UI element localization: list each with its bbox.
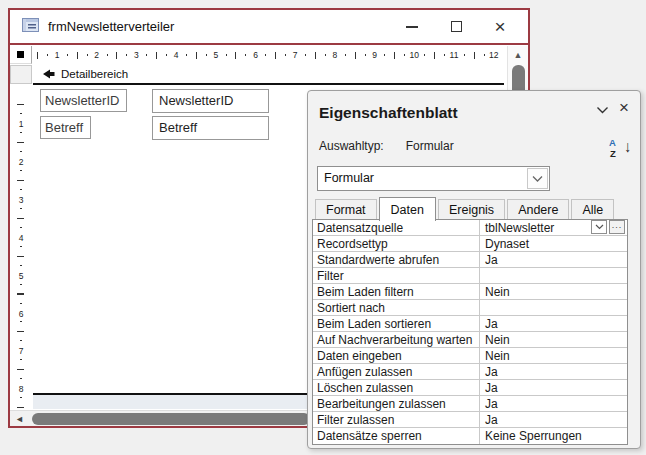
- property-value-text: Ja: [485, 317, 498, 331]
- property-row: Sortiert nach ...: [313, 300, 627, 316]
- sort-az-button[interactable]: A Z ↓: [609, 137, 631, 163]
- chevron-down-icon: [595, 224, 604, 230]
- property-name[interactable]: Beim Laden filtern: [313, 284, 480, 299]
- property-row: Beim Laden filtern Nein ...: [313, 284, 627, 300]
- property-value[interactable]: Ja ...: [480, 364, 627, 379]
- field-textbox-control[interactable]: Betreff: [152, 116, 269, 140]
- property-value[interactable]: Nein ...: [480, 348, 627, 363]
- window-titlebar[interactable]: frmNewsletterverteiler ×: [10, 10, 528, 45]
- selection-type-row: Auswahltyp:Formular: [319, 139, 454, 153]
- combobox-dropdown-button[interactable]: [527, 168, 548, 189]
- property-value-buttons: ...: [591, 220, 625, 234]
- property-name[interactable]: Daten eingeben: [313, 348, 480, 363]
- property-name[interactable]: Bearbeitungen zulassen: [313, 396, 480, 411]
- window-title: frmNewsletterverteiler: [48, 19, 174, 34]
- field-textbox-control[interactable]: NewsletterID: [152, 89, 269, 113]
- property-value[interactable]: Keine Sperrungen ...: [480, 428, 627, 444]
- panel-close-icon: ×: [619, 98, 629, 118]
- ruler-number: 2: [19, 156, 24, 168]
- property-value-text: Nein: [485, 285, 510, 299]
- ruler-number: 4: [19, 232, 24, 244]
- ruler-number: 1: [54, 50, 61, 60]
- property-name[interactable]: Filter zulassen: [313, 412, 480, 427]
- ruler-number: 10: [409, 50, 420, 60]
- property-tab[interactable]: Format: [315, 199, 377, 220]
- property-value-text: Nein: [485, 333, 510, 347]
- property-row: Beim Laden sortieren Ja ...: [313, 316, 627, 332]
- object-selector-combobox[interactable]: Formular: [317, 166, 550, 191]
- ruler-number: 7: [19, 345, 24, 357]
- chevron-down-icon: [596, 106, 609, 115]
- detail-section-bar[interactable]: Detailbereich: [33, 65, 504, 85]
- form-selector-box[interactable]: [10, 46, 32, 64]
- property-row: Datensätze sperren Keine Sperrungen ...: [313, 428, 627, 444]
- property-name[interactable]: Datensätze sperren: [313, 428, 480, 444]
- property-tab[interactable]: Andere: [507, 199, 569, 220]
- property-tab[interactable]: Ereignis: [438, 199, 505, 220]
- minimize-icon: [406, 26, 418, 28]
- panel-close-button[interactable]: ×: [616, 99, 632, 117]
- builder-ellipsis-button[interactable]: ...: [609, 220, 625, 234]
- property-tab[interactable]: Alle: [571, 199, 614, 220]
- vertical-ruler: 12345678: [10, 85, 32, 408]
- property-value[interactable]: Nein ...: [480, 284, 627, 299]
- property-name[interactable]: Filter: [313, 268, 480, 283]
- property-value-text: Ja: [485, 365, 498, 379]
- panel-collapse-button[interactable]: [594, 103, 610, 117]
- property-value[interactable]: Dynaset ...: [480, 236, 627, 251]
- selection-type-label: Auswahltyp:: [319, 139, 384, 153]
- property-value[interactable]: Ja ...: [480, 396, 627, 411]
- field-label-control[interactable]: Betreff: [40, 116, 91, 139]
- property-value-text: Ja: [485, 413, 498, 427]
- access-design-view: frmNewsletterverteiler × 123456789101112…: [0, 0, 646, 455]
- property-value[interactable]: ...: [480, 268, 627, 283]
- sort-down-arrow-icon: ↓: [624, 137, 631, 155]
- section-selector-box[interactable]: [10, 65, 32, 84]
- ruler-number: 4: [173, 50, 180, 60]
- horizontal-ruler: 123456789101112: [33, 46, 504, 64]
- maximize-button[interactable]: [434, 10, 478, 43]
- property-name[interactable]: Anfügen zulassen: [313, 364, 480, 379]
- property-value[interactable]: Nein ...: [480, 332, 627, 347]
- scroll-up-icon[interactable]: ▲: [508, 50, 528, 60]
- property-name[interactable]: Beim Laden sortieren: [313, 316, 480, 331]
- property-value[interactable]: Ja ...: [480, 412, 627, 427]
- form-selector-icon: [17, 51, 24, 58]
- property-name[interactable]: Löschen zulassen: [313, 380, 480, 395]
- property-tab[interactable]: Daten: [379, 197, 436, 221]
- field-label-control[interactable]: NewsletterID: [40, 89, 127, 112]
- close-button[interactable]: ×: [478, 10, 522, 43]
- ruler-number: 3: [19, 194, 24, 206]
- ruler-number: 2: [93, 50, 100, 60]
- property-name[interactable]: Recordsettyp: [313, 236, 480, 251]
- form-icon: [22, 18, 39, 36]
- ruler-number: 8: [19, 383, 24, 395]
- horizontal-scroll-thumb[interactable]: [32, 413, 310, 425]
- property-row: Bearbeitungen zulassen Ja ...: [313, 396, 627, 412]
- property-grid: Datensatzquelle tblNewsletter ...: [312, 219, 628, 445]
- property-name[interactable]: Auf Nachverarbeitung warten: [313, 332, 480, 347]
- property-name[interactable]: Standardwerte abrufen: [313, 252, 480, 267]
- ruler-number: 3: [133, 50, 140, 60]
- property-row: Anfügen zulassen Ja ...: [313, 364, 627, 380]
- ruler-number: 12: [488, 50, 499, 60]
- property-row: Daten eingeben Nein ...: [313, 348, 627, 364]
- ruler-number: 5: [19, 270, 24, 282]
- property-value[interactable]: ...: [480, 300, 627, 315]
- property-value[interactable]: Ja ...: [480, 252, 627, 267]
- property-value-text: Nein: [485, 349, 510, 363]
- minimize-button[interactable]: [390, 10, 434, 43]
- ruler-number: 5: [212, 50, 219, 60]
- property-value[interactable]: tblNewsletter ...: [480, 220, 627, 235]
- value-dropdown-button[interactable]: [591, 220, 607, 234]
- property-value[interactable]: Ja ...: [480, 380, 627, 395]
- property-value[interactable]: Ja ...: [480, 316, 627, 331]
- selection-type-value: Formular: [406, 139, 454, 153]
- close-icon: ×: [494, 17, 505, 36]
- section-label: Detailbereich: [61, 68, 128, 80]
- property-value-text: Keine Sperrungen: [485, 429, 582, 443]
- scroll-left-icon[interactable]: ◄: [15, 414, 24, 424]
- property-value-text: tblNewsletter: [485, 221, 554, 235]
- property-name[interactable]: Datensatzquelle: [313, 220, 480, 235]
- property-name[interactable]: Sortiert nach: [313, 300, 480, 315]
